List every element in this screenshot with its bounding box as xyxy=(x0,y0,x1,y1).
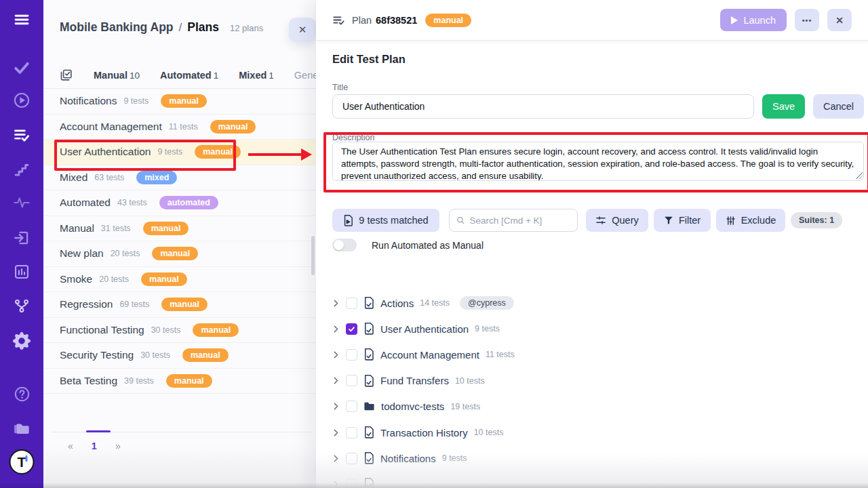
chevron-right-icon[interactable] xyxy=(332,481,340,488)
pagination: « 1 » xyxy=(68,441,121,451)
steps-icon[interactable] xyxy=(11,159,33,180)
chevron-right-icon[interactable] xyxy=(332,455,340,462)
suite-checkbox[interactable] xyxy=(346,427,357,439)
plan-drawer-header: Plan 68f38521 manual Launch ••• ✕ xyxy=(316,0,868,41)
run-automated-toggle[interactable] xyxy=(332,239,357,251)
plan-type-badge: automated xyxy=(159,196,218,209)
help-circle-icon[interactable] xyxy=(11,383,33,405)
plans-tab[interactable]: Automated1 xyxy=(160,70,218,81)
breadcrumb-project[interactable]: Mobile Banking App xyxy=(60,20,174,35)
plan-name: Regression xyxy=(60,298,113,310)
plans-tab[interactable]: Manual10 xyxy=(94,70,140,81)
pulse-icon[interactable] xyxy=(11,192,33,214)
chevron-right-icon[interactable] xyxy=(332,351,340,359)
plans-panel-close-button[interactable]: ✕ xyxy=(289,18,316,42)
folder-icon xyxy=(363,401,375,411)
plan-row[interactable]: Functional Testing 30 tests manual xyxy=(43,318,316,344)
branch-icon[interactable] xyxy=(11,295,33,317)
plans-list: Notifications 9 tests manual Account Man… xyxy=(43,89,316,394)
query-button[interactable]: Query xyxy=(586,209,648,232)
more-options-button[interactable]: ••• xyxy=(795,9,819,31)
breadcrumb-section[interactable]: Plans xyxy=(187,20,219,35)
import-icon[interactable] xyxy=(11,227,33,249)
plan-test-count: 9 tests xyxy=(123,96,149,106)
plan-row[interactable]: Regression 69 tests manual xyxy=(43,292,316,318)
search-input[interactable] xyxy=(469,216,570,226)
chevron-right-icon[interactable] xyxy=(332,300,340,307)
suite-row[interactable]: Fund Transfers 10 tests xyxy=(332,368,848,394)
plan-id: 68f38521 xyxy=(376,15,417,26)
plan-name: Mixed xyxy=(60,171,87,184)
plan-test-count: 39 tests xyxy=(124,376,154,386)
plan-row[interactable]: Account Management 11 tests manual xyxy=(43,115,316,140)
chevron-right-icon[interactable] xyxy=(332,377,340,384)
hamburger-menu-icon[interactable] xyxy=(11,9,33,30)
plan-row[interactable]: Manual 31 tests manual xyxy=(43,216,316,242)
suite-row[interactable]: todomvc-tests 19 tests xyxy=(332,394,848,420)
plan-row[interactable]: Mixed 63 tests mixed xyxy=(43,165,316,191)
plan-row[interactable]: Security Testing 30 tests manual xyxy=(43,343,316,369)
plans-tab-label: Automated xyxy=(160,70,212,81)
breadcrumb: Mobile Banking App / Plans 12 plans xyxy=(60,20,263,35)
app-logo[interactable]: T xyxy=(9,449,35,474)
description-textarea[interactable]: The User Authentication Test Plan ensure… xyxy=(332,142,864,181)
play-circle-icon[interactable] xyxy=(11,89,33,111)
save-button[interactable]: Save xyxy=(762,94,805,119)
plan-name: Smoke xyxy=(60,273,92,285)
chevron-right-icon[interactable] xyxy=(332,429,340,436)
suite-row[interactable]: User Authentication 9 tests xyxy=(332,316,848,342)
tests-matched-button[interactable]: 9 tests matched xyxy=(332,209,439,232)
suite-row[interactable]: Account Management 11 tests xyxy=(332,342,848,367)
folders-icon[interactable] xyxy=(11,417,33,439)
suite-checkbox[interactable] xyxy=(346,479,357,488)
plan-row[interactable]: New plan 20 tests manual xyxy=(43,241,316,267)
plan-name: Notifications xyxy=(60,95,117,107)
exclude-button[interactable]: Exclude xyxy=(716,209,785,232)
suite-row[interactable]: Actions 14 tests @cypress xyxy=(332,290,848,316)
close-icon: ✕ xyxy=(298,24,307,35)
playlist-check-icon[interactable] xyxy=(11,124,33,146)
launch-button[interactable]: Launch xyxy=(720,9,787,31)
suite-checkbox-checked[interactable] xyxy=(346,323,357,335)
suite-checkbox[interactable] xyxy=(346,401,357,412)
plan-row[interactable]: Automated 43 tests automated xyxy=(43,190,316,216)
plans-scrollbar-thumb[interactable] xyxy=(311,236,315,275)
plan-row[interactable]: Beta Testing 39 tests manual xyxy=(43,369,316,394)
search-box xyxy=(449,209,578,232)
drawer-close-button[interactable]: ✕ xyxy=(827,9,852,31)
plans-tab[interactable]: Mixed1 xyxy=(239,70,274,81)
suite-row[interactable] xyxy=(332,471,848,488)
suite-row[interactable]: Transaction History 10 tests xyxy=(332,420,848,445)
suite-name: Account Management xyxy=(380,349,479,361)
bar-chart-icon[interactable] xyxy=(11,261,33,283)
suite-checkbox[interactable] xyxy=(346,453,357,464)
filter-button[interactable]: Filter xyxy=(654,209,711,232)
plan-row[interactable]: User Authentication 9 tests manual xyxy=(43,140,316,165)
pagination-active-indicator xyxy=(86,430,111,432)
plan-type-badge: manual xyxy=(152,247,198,260)
breadcrumb-separator: / xyxy=(179,21,182,35)
select-all-icon[interactable] xyxy=(60,68,73,82)
plan-type-badge: manual xyxy=(193,323,239,337)
pagination-next-button[interactable]: » xyxy=(115,441,121,451)
suite-checkbox[interactable] xyxy=(346,349,357,361)
pagination-page-1[interactable]: 1 xyxy=(92,441,97,451)
plan-row[interactable]: Notifications 9 tests manual xyxy=(43,89,316,115)
plans-tab-count: 10 xyxy=(130,70,140,81)
check-icon[interactable] xyxy=(11,57,33,79)
plan-type-badge: manual xyxy=(161,298,208,311)
plan-test-count: 63 tests xyxy=(94,173,124,182)
suite-checkbox[interactable] xyxy=(346,375,357,386)
suite-row[interactable]: Notifications 9 tests xyxy=(332,445,848,471)
chevron-right-icon[interactable] xyxy=(332,403,340,410)
cancel-button[interactable]: Cancel xyxy=(813,94,864,119)
close-icon: ✕ xyxy=(835,15,844,26)
plan-row[interactable]: Smoke 20 tests manual xyxy=(43,267,316,293)
gear-icon[interactable] xyxy=(11,330,33,352)
title-input[interactable] xyxy=(332,94,754,119)
suite-checkbox[interactable] xyxy=(346,298,357,309)
check-icon xyxy=(348,325,355,333)
chevron-right-icon[interactable] xyxy=(332,325,340,333)
pagination-prev-button[interactable]: « xyxy=(68,441,73,451)
plans-count: 12 plans xyxy=(230,23,263,33)
